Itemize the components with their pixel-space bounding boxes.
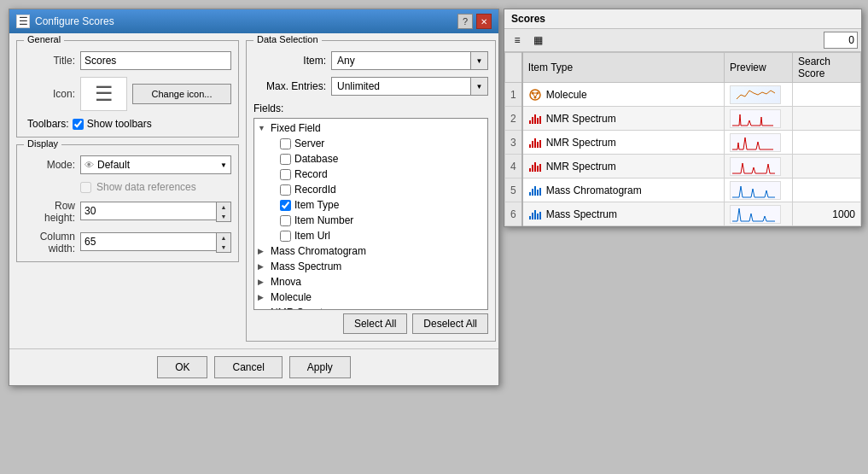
show-refs-row: Show data references (24, 181, 231, 193)
row-preview-1 (725, 83, 793, 107)
preview-img-3 (730, 133, 781, 152)
item-combo-arrow[interactable]: ▼ (471, 51, 488, 70)
change-icon-button[interactable]: Change icon... (132, 84, 231, 104)
row-type-5: Mass Chromatogram (522, 178, 725, 202)
toolbar-num-input[interactable] (824, 32, 858, 49)
row-height-down[interactable]: ▼ (217, 212, 230, 221)
item-row: Item: ▼ (253, 51, 488, 70)
scores-table-header-row: Item Type Preview Search Score (505, 53, 861, 83)
table-row: 1 Molecule (505, 83, 861, 107)
mass-chrom-header[interactable]: ▶ Mass Chromatogram (256, 243, 486, 259)
row-height-arrows: ▲ ▼ (216, 202, 231, 222)
checkbox-recordid[interactable] (280, 184, 291, 196)
svg-rect-7 (529, 120, 531, 124)
item-label: Item: (253, 55, 326, 67)
close-button[interactable]: ✕ (476, 14, 492, 29)
row-height-up[interactable]: ▲ (217, 202, 230, 212)
max-entries-combo-arrow[interactable]: ▼ (471, 77, 488, 96)
dialog-title-icon: ☰ (16, 15, 30, 28)
checkbox-database[interactable] (280, 154, 291, 165)
mode-dropdown-icon: ▼ (220, 161, 227, 169)
max-entries-input[interactable] (331, 77, 471, 96)
mass-spectrum-header[interactable]: ▶ Mass Spectrum (256, 259, 486, 274)
col-header-num (505, 53, 522, 83)
data-selection-group: Data Selection Item: ▼ Max. Entries: ▼ F… (246, 40, 496, 342)
tree-item-item-number: Item Number (256, 213, 486, 228)
svg-rect-22 (529, 192, 531, 196)
svg-rect-19 (534, 162, 536, 172)
data-selection-title: Data Selection (253, 34, 322, 44)
select-all-button[interactable]: Select All (343, 313, 407, 334)
apply-button[interactable]: Apply (289, 356, 351, 378)
svg-rect-21 (539, 164, 541, 172)
tree-item-server: Server (256, 136, 486, 151)
row-preview-5 (725, 178, 793, 202)
table-row: 2 NMR Spectrum (505, 107, 861, 131)
row-type-1: Molecule (522, 83, 725, 107)
dialog-title-text: Configure Scores (35, 15, 114, 27)
col-width-input[interactable] (80, 232, 216, 251)
checkbox-record[interactable] (280, 169, 291, 180)
svg-rect-23 (532, 189, 533, 196)
svg-rect-24 (534, 186, 536, 196)
mass-chrom-group: ▶ Mass Chromatogram (256, 243, 486, 259)
mode-eye-icon: 👁 (84, 160, 94, 170)
scores-toolbar: ≡ ▦ (504, 29, 861, 52)
fixed-field-header[interactable]: ▼ Fixed Field (256, 120, 486, 136)
toolbar-menu-button[interactable]: ≡ (508, 31, 527, 50)
table-row: 3 NMR Spectrum (505, 131, 861, 155)
mass-chrom-expand-icon: ▶ (258, 247, 268, 255)
type-cell-4: NMR Spectrum (528, 160, 719, 173)
table-row: 4 NMR Spectrum (505, 155, 861, 178)
nmr-spectrum-header[interactable]: ▶ NMR Spectrum (256, 305, 486, 310)
nmr-spectrum-label: NMR Spectrum (271, 307, 341, 310)
menu-icon: ≡ (514, 34, 520, 46)
mnova-header[interactable]: ▶ Mnova (256, 274, 486, 290)
help-button[interactable]: ? (457, 14, 473, 29)
scores-table-body: 1 Molecule (505, 83, 861, 226)
row-num-5: 5 (505, 178, 522, 202)
toolbars-label: Toolbars: (27, 118, 69, 130)
deselect-all-button[interactable]: Deselect All (412, 313, 488, 334)
tree-item-database: Database (256, 151, 486, 167)
scores-title: Scores (504, 9, 861, 29)
svg-rect-28 (532, 213, 533, 219)
svg-rect-31 (539, 212, 541, 219)
type-cell-1: Molecule (528, 88, 719, 102)
toolbar-filter-button[interactable]: ▦ (528, 31, 547, 50)
checkbox-item-number[interactable] (280, 215, 291, 226)
icon-label: Icon: (24, 88, 75, 100)
item-input[interactable] (331, 51, 471, 70)
title-row: Title: (24, 51, 231, 70)
label-record: Record (294, 168, 328, 180)
label-database: Database (294, 153, 338, 165)
fields-tree[interactable]: ▼ Fixed Field Server Database (253, 118, 488, 310)
preview-img-4 (730, 157, 781, 176)
svg-rect-14 (534, 138, 536, 148)
svg-rect-20 (537, 166, 539, 172)
show-toolbars-checkbox[interactable] (73, 119, 84, 130)
checkbox-item-url[interactable] (280, 231, 291, 242)
max-entries-combo[interactable]: ▼ (331, 77, 488, 96)
col-width-up[interactable]: ▲ (217, 233, 230, 243)
ok-button[interactable]: OK (157, 356, 207, 378)
nmr-icon-4 (528, 160, 542, 173)
svg-rect-10 (537, 118, 539, 124)
label-server: Server (294, 138, 324, 149)
type-cell-6: Mass Spectrum (528, 208, 719, 221)
col-width-down[interactable]: ▼ (217, 243, 230, 252)
dialog-footer: OK Cancel Apply (9, 348, 498, 385)
row-preview-2 (725, 107, 793, 131)
row-type-label-4: NMR Spectrum (546, 161, 616, 173)
mode-select[interactable]: 👁 Default ▼ (80, 155, 231, 174)
cancel-button[interactable]: Cancel (214, 356, 282, 378)
title-input[interactable] (80, 51, 231, 70)
row-height-input[interactable] (80, 202, 216, 220)
checkbox-item-type[interactable] (280, 200, 291, 211)
checkbox-server[interactable] (280, 138, 291, 149)
show-refs-checkbox[interactable] (80, 182, 91, 193)
item-combo[interactable]: ▼ (331, 51, 488, 70)
molecule-header[interactable]: ▶ Molecule (256, 290, 486, 305)
col-header-search-score: Search Score (793, 53, 861, 83)
mass-chrom-icon (528, 184, 542, 197)
